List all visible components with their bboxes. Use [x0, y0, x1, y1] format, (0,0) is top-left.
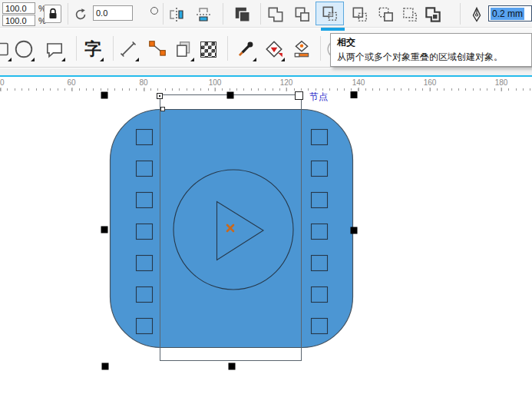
lock-ratio-button[interactable] [44, 5, 61, 23]
weld-button[interactable] [266, 5, 286, 25]
separator [163, 3, 164, 25]
interactive-fill-icon [264, 39, 284, 59]
ruler-tick: 60 [67, 78, 75, 87]
pattern-fill-icon [200, 41, 216, 58]
line-tool-icon [118, 39, 138, 59]
bezier-tool-icon [147, 39, 167, 59]
eyedropper-icon [236, 39, 256, 59]
text-tool[interactable]: 字 [80, 35, 106, 64]
eyedropper-tool[interactable] [233, 35, 259, 64]
combine-button[interactable] [233, 5, 253, 25]
mirror-horizontal-button[interactable] [167, 5, 187, 25]
remove-front-objects-icon [400, 5, 420, 25]
ellipse-tool[interactable] [11, 35, 37, 64]
outline-pen-button[interactable] [467, 5, 487, 25]
rotate-button [71, 5, 91, 25]
lock-icon [46, 7, 60, 21]
callout-shape-tool[interactable] [41, 35, 68, 64]
bezier-tool[interactable] [144, 35, 170, 64]
intersect-icon [320, 4, 340, 24]
toolbar-padding [0, 68, 532, 75]
page-stack-icon [173, 39, 193, 59]
separator [223, 3, 223, 25]
separator [460, 3, 461, 25]
combine-icon [233, 5, 253, 25]
selection-handle [351, 91, 358, 98]
intersect-button[interactable] [316, 2, 344, 25]
selection-handle [227, 92, 234, 99]
mirror-vertical-icon [194, 5, 213, 24]
remove-front-objects-button[interactable] [400, 5, 420, 25]
tooltip-description: 从两个或多个对象重叠的区域创建对象。 [337, 51, 525, 64]
remove-back-objects-button[interactable] [376, 5, 396, 25]
node-marker-dot [159, 95, 160, 97]
separator [76, 36, 77, 61]
smart-fill-tool[interactable] [289, 35, 315, 64]
pattern-fill-tool[interactable] [195, 35, 221, 64]
trim-button[interactable] [292, 5, 312, 25]
selection-handle [101, 227, 108, 233]
text-tool-icon: 字 [84, 41, 101, 58]
node-marker-tiny[interactable] [161, 108, 165, 111]
selection-handle [229, 363, 236, 370]
selection-handle [351, 227, 358, 234]
separator [68, 3, 68, 25]
intersect-button-underline [321, 28, 345, 31]
ruler-minor-ticks [0, 88, 532, 91]
horizontal-ruler: 40 60 80 100 120 140 160 180 [0, 75, 532, 91]
degree-icon [150, 7, 158, 15]
create-boundary-icon [423, 5, 443, 25]
interactive-fill-tool[interactable] [261, 35, 287, 64]
ruler-tick: 140 [352, 78, 365, 87]
simplify-icon [350, 5, 370, 25]
ruler-tick: 120 [280, 78, 293, 87]
scale-y-input[interactable] [2, 15, 35, 26]
weld-icon [266, 5, 286, 25]
line-tool[interactable] [115, 35, 141, 64]
tooltip-intersect: 相交 从两个或多个对象重叠的区域创建对象。 [330, 33, 532, 67]
node-label: 节点 [309, 91, 328, 102]
ruler-tick: 100 [209, 78, 222, 87]
trim-icon [292, 5, 312, 25]
selection-handle [102, 363, 109, 370]
ruler-tick: 80 [139, 78, 147, 87]
rotate-icon [72, 6, 89, 23]
drawing-canvas[interactable]: 节点 [0, 91, 532, 394]
mirror-horizontal-icon [167, 5, 186, 24]
page-stack-tool[interactable] [170, 35, 197, 64]
outline-width-value: 0.2 mm [491, 8, 524, 20]
ruler-tick: 40 [0, 78, 5, 87]
rotation-angle-input[interactable] [93, 5, 133, 21]
outline-width-combo[interactable]: 0.2 mm [488, 5, 532, 22]
rectangle-tool-icon [0, 40, 10, 58]
separator [227, 36, 228, 61]
outline-pen-icon [468, 6, 485, 23]
mirror-vertical-button[interactable] [193, 5, 213, 25]
callout-shape-icon [45, 39, 64, 59]
tooltip-title: 相交 [337, 36, 525, 49]
selection-handle [101, 92, 108, 99]
simplify-button[interactable] [350, 5, 370, 25]
property-bar: % % [0, 0, 532, 28]
separator [113, 36, 114, 61]
create-boundary-button[interactable] [423, 5, 443, 25]
separator [320, 36, 321, 61]
ruler-tick: 160 [424, 78, 437, 87]
ellipse-tool-icon [14, 39, 34, 59]
scale-x-input[interactable] [2, 2, 35, 14]
node-marker-active[interactable] [296, 92, 303, 100]
remove-back-objects-icon [376, 5, 396, 25]
smart-fill-icon [292, 39, 312, 59]
separator [260, 3, 261, 25]
app-window: % % [0, 0, 532, 394]
ruler-tick: 180 [495, 78, 508, 87]
